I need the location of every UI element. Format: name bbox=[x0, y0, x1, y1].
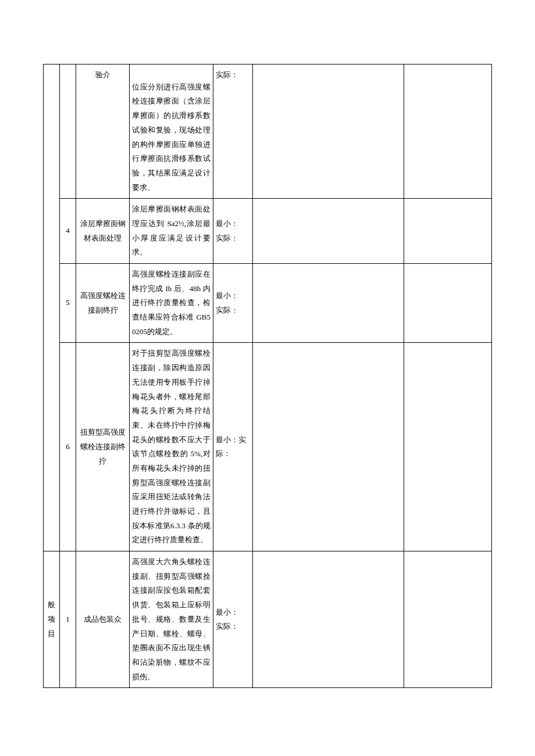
blank-cell bbox=[253, 343, 404, 551]
spec-top-gap bbox=[132, 68, 211, 80]
index-cell bbox=[60, 65, 76, 199]
blank-cell bbox=[404, 343, 492, 551]
table-row: 5 高强度螺栓连接副终拧 高强度螺栓连接副应在终拧完成 Ih 后、48h 内进行… bbox=[44, 264, 492, 343]
index-cell: 4 bbox=[60, 199, 76, 264]
measure-cell: 最小： 实际： bbox=[213, 264, 253, 343]
measure-cell: 最小：实际： bbox=[213, 343, 253, 551]
blank-cell bbox=[253, 551, 404, 688]
table-row: 般项目 1 成品包装众 高强度大六角头螺栓连接副、扭剪型高强螺拴连接副应按包装箱… bbox=[44, 551, 492, 688]
measure-cell: 实际： bbox=[213, 65, 253, 199]
blank-cell bbox=[404, 551, 492, 688]
item-spec: 位应分别进行高强度螺栓连接摩擦面（含涂层摩擦面）的抗滑移系数试验和复验，现场处理… bbox=[130, 65, 213, 199]
blank-cell bbox=[253, 264, 404, 343]
index-cell: 5 bbox=[60, 264, 76, 343]
item-name: 验介 bbox=[76, 65, 130, 199]
index-cell: 1 bbox=[60, 551, 76, 688]
item-spec: 对于扭剪型高强度螺栓连接副，除因构造原因无法使用专用板手拧掉梅花头者外，螺栓尾部… bbox=[130, 343, 213, 551]
category-cell bbox=[44, 65, 60, 551]
index-cell: 6 bbox=[60, 343, 76, 551]
item-name: 扭剪型高强度螺栓连接副终拧 bbox=[76, 343, 130, 551]
measure-cell: 最小： 实际： bbox=[213, 199, 253, 264]
item-spec: 高强度螺栓连接副应在终拧完成 Ih 后、48h 内进行终拧质量检查，检查结果应符… bbox=[130, 264, 213, 343]
spec-text: 位应分别进行高强度螺栓连接摩擦面（含涂层摩擦面）的抗滑移系数试验和复验，现场处理… bbox=[132, 83, 211, 192]
category-cell: 般项目 bbox=[44, 551, 60, 688]
blank-cell bbox=[253, 65, 404, 199]
item-name: 成品包装众 bbox=[76, 551, 130, 688]
item-spec: 涂层摩擦面钢材表面处理应达到 Sa2½,涂层最小厚度应满足设计要求。 bbox=[130, 199, 213, 264]
item-name: 高强度螺栓连接副终拧 bbox=[76, 264, 130, 343]
blank-cell bbox=[253, 199, 404, 264]
blank-cell bbox=[404, 199, 492, 264]
table-row: 4 涂层摩擦面钢材表面处理 涂层摩擦面钢材表面处理应达到 Sa2½,涂层最小厚度… bbox=[44, 199, 492, 264]
item-name: 涂层摩擦面钢材表面处理 bbox=[76, 199, 130, 264]
table-row: 验介 位应分别进行高强度螺栓连接摩擦面（含涂层摩擦面）的抗滑移系数试验和复验，现… bbox=[44, 65, 492, 199]
table-row: 6 扭剪型高强度螺栓连接副终拧 对于扭剪型高强度螺栓连接副，除因构造原因无法使用… bbox=[44, 343, 492, 551]
blank-cell bbox=[404, 264, 492, 343]
blank-cell bbox=[404, 65, 492, 199]
inspection-table: 验介 位应分别进行高强度螺栓连接摩擦面（含涂层摩擦面）的抗滑移系数试验和复验，现… bbox=[43, 64, 492, 688]
measure-cell: 最小： 实际： bbox=[213, 551, 253, 688]
item-spec: 高强度大六角头螺栓连接副、扭剪型高强螺拴连接副应按包装箱配套供货。包装箱上应标明… bbox=[130, 551, 213, 688]
document-page: 验介 位应分别进行高强度螺栓连接摩擦面（含涂层摩擦面）的抗滑移系数试验和复验，现… bbox=[0, 0, 535, 723]
